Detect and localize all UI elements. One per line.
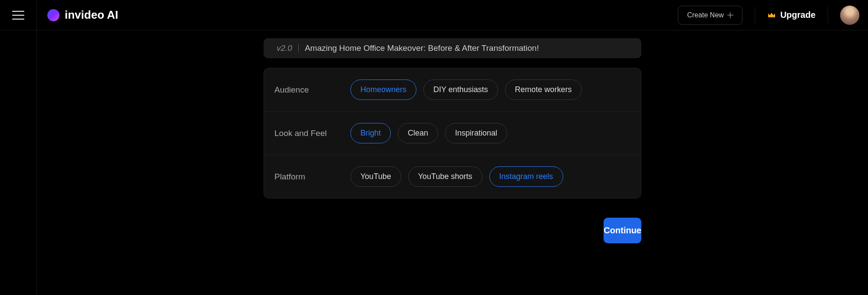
hamburger-icon — [12, 11, 24, 20]
chip-clean[interactable]: Clean — [398, 123, 438, 143]
content-area: v2.0 Amazing Home Office Makeover: Befor… — [37, 30, 868, 295]
chip-youtube[interactable]: YouTube — [350, 166, 401, 187]
look-and-feel-label: Look and Feel — [274, 129, 333, 138]
header-divider-2 — [828, 7, 828, 24]
logo-text: invideo AI — [65, 8, 118, 22]
chip-instagram-reels[interactable]: Instagram reels — [489, 166, 563, 187]
audience-row: Audience Homeowners DIY enthusiasts Remo… — [264, 68, 641, 112]
look-and-feel-row: Look and Feel Bright Clean Inspirational — [264, 112, 641, 155]
title-bar: v2.0 Amazing Home Office Makeover: Befor… — [264, 38, 641, 58]
look-and-feel-chips: Bright Clean Inspirational — [350, 123, 507, 143]
options-panel: Audience Homeowners DIY enthusiasts Remo… — [264, 68, 641, 199]
main-content: v2.0 Amazing Home Office Makeover: Befor… — [0, 30, 868, 295]
platform-row: Platform YouTube YouTube shorts Instagra… — [264, 155, 641, 198]
platform-chips: YouTube YouTube shorts Instagram reels — [350, 166, 563, 187]
project-title: Amazing Home Office Makeover: Before & A… — [305, 43, 539, 53]
app-header: invideo AI Create New Upgrade — [0, 0, 868, 30]
menu-button[interactable] — [0, 0, 37, 30]
version-tag: v2.0 — [277, 43, 292, 53]
upgrade-button[interactable]: Upgrade — [767, 10, 815, 20]
plus-icon — [727, 12, 733, 18]
chip-bright[interactable]: Bright — [350, 123, 391, 143]
title-divider — [298, 44, 299, 53]
chip-diy-enthusiasts[interactable]: DIY enthusiasts — [423, 80, 498, 100]
audience-chips: Homeowners DIY enthusiasts Remote worker… — [350, 80, 582, 100]
header-divider — [755, 7, 755, 24]
user-avatar[interactable] — [840, 6, 859, 25]
crown-icon — [767, 12, 776, 19]
chip-inspirational[interactable]: Inspirational — [445, 123, 507, 143]
audience-label: Audience — [274, 85, 333, 95]
create-new-button[interactable]: Create New — [678, 6, 742, 25]
upgrade-label: Upgrade — [780, 10, 815, 20]
chip-homeowners[interactable]: Homeowners — [350, 80, 416, 100]
chip-youtube-shorts[interactable]: YouTube shorts — [408, 166, 482, 187]
continue-button[interactable]: Continue — [604, 218, 641, 243]
create-new-label: Create New — [687, 11, 723, 19]
button-wrapper: Continue — [264, 208, 641, 243]
chip-remote-workers[interactable]: Remote workers — [505, 80, 582, 100]
header-left: invideo AI — [0, 0, 118, 30]
invideo-logo-icon — [47, 9, 59, 21]
logo-section[interactable]: invideo AI — [47, 8, 118, 22]
platform-label: Platform — [274, 172, 333, 182]
left-sidebar — [0, 30, 37, 295]
header-right: Create New Upgrade — [678, 6, 859, 25]
